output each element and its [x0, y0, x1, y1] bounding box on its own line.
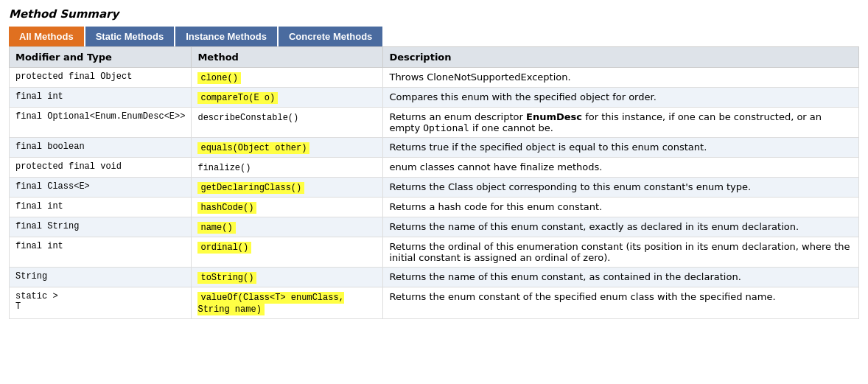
- cell-description: Returns the ordinal of this enumeration …: [383, 237, 859, 268]
- col-header-method: Method: [192, 47, 383, 68]
- cell-description: Returns true if the specified object is …: [383, 138, 859, 158]
- cell-method[interactable]: equals(Object other): [192, 138, 383, 158]
- cell-modifier: final boolean: [10, 138, 192, 158]
- cell-method[interactable]: valueOf(Class<T> enumClass, String name): [192, 287, 383, 319]
- table-row: final booleanequals(Object other)Returns…: [10, 138, 859, 158]
- cell-description: Returns the enum constant of the specifi…: [383, 287, 859, 319]
- cell-method[interactable]: name(): [192, 217, 383, 237]
- cell-modifier: String: [10, 268, 192, 287]
- cell-description: Returns the name of this enum constant, …: [383, 217, 859, 237]
- section-title: Method Summary: [9, 7, 859, 21]
- table-row: protected final Objectclone()Throws Clon…: [10, 68, 859, 88]
- cell-description: Throws CloneNotSupportedException.: [383, 68, 859, 88]
- tab-static-methods[interactable]: Static Methods: [85, 27, 174, 46]
- cell-description: Returns a hash code for this enum consta…: [383, 198, 859, 217]
- cell-method[interactable]: toString(): [192, 268, 383, 287]
- cell-method[interactable]: finalize(): [192, 158, 383, 178]
- table-row: protected final voidfinalize()enum class…: [10, 158, 859, 178]
- cell-method[interactable]: ordinal(): [192, 237, 383, 268]
- cell-description: enum classes cannot have finalize method…: [383, 158, 859, 178]
- table-row: final intcompareTo(E o)Compares this enu…: [10, 88, 859, 108]
- cell-modifier: static >T: [10, 287, 192, 319]
- cell-description: Compares this enum with the specified ob…: [383, 88, 859, 108]
- col-header-modifier: Modifier and Type: [10, 47, 192, 68]
- cell-method[interactable]: clone(): [192, 68, 383, 88]
- cell-modifier: final int: [10, 198, 192, 217]
- tab-all-methods[interactable]: All Methods: [9, 27, 84, 46]
- table-row: final Class<E>getDeclaringClass()Returns…: [10, 178, 859, 198]
- method-summary-table: Modifier and Type Method Description pro…: [9, 46, 859, 319]
- cell-description: Returns the name of this enum constant, …: [383, 268, 859, 287]
- table-row: StringtoString()Returns the name of this…: [10, 268, 859, 287]
- cell-modifier: protected final Object: [10, 68, 192, 88]
- cell-method[interactable]: getDeclaringClass(): [192, 178, 383, 198]
- cell-modifier: final String: [10, 217, 192, 237]
- cell-description: Returns an enum descriptor EnumDesc for …: [383, 108, 859, 138]
- table-row: final intordinal()Returns the ordinal of…: [10, 237, 859, 268]
- cell-modifier: final int: [10, 88, 192, 108]
- tab-instance-methods[interactable]: Instance Methods: [175, 27, 277, 46]
- cell-method[interactable]: describeConstable(): [192, 108, 383, 138]
- table-row: final Optional<Enum.EnumDesc<E>>describe…: [10, 108, 859, 138]
- col-header-description: Description: [383, 47, 859, 68]
- cell-description: Returns the Class object corresponding t…: [383, 178, 859, 198]
- tab-concrete-methods[interactable]: Concrete Methods: [279, 27, 382, 46]
- cell-method[interactable]: hashCode(): [192, 198, 383, 217]
- table-row: final inthashCode()Returns a hash code f…: [10, 198, 859, 217]
- cell-modifier: protected final void: [10, 158, 192, 178]
- cell-modifier: final Class<E>: [10, 178, 192, 198]
- table-header-row: Modifier and Type Method Description: [10, 47, 859, 68]
- tab-bar: All Methods Static Methods Instance Meth…: [9, 27, 859, 46]
- table-row: static >TvalueOf(Class<T> enumClass, Str…: [10, 287, 859, 319]
- cell-modifier: final Optional<Enum.EnumDesc<E>>: [10, 108, 192, 138]
- cell-method[interactable]: compareTo(E o): [192, 88, 383, 108]
- cell-modifier: final int: [10, 237, 192, 268]
- table-row: final Stringname()Returns the name of th…: [10, 217, 859, 237]
